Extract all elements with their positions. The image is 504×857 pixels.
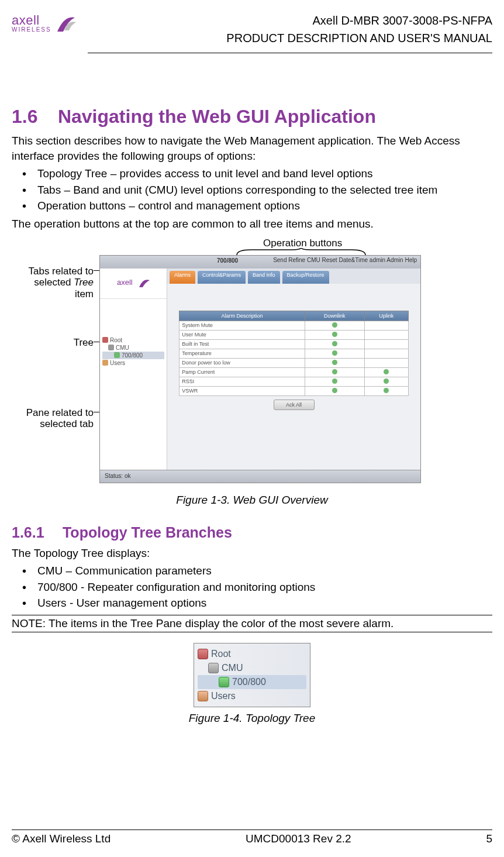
gui-tab[interactable]: Backup/Restore xyxy=(282,271,329,284)
annotation-tree: Tree xyxy=(12,337,94,349)
bullet-item: Users - User management options xyxy=(28,595,492,611)
figure-1-4-caption: Figure 1-4. Topology Tree xyxy=(12,712,492,725)
logo: axell WIRELESS xyxy=(12,12,77,35)
subsection-title: Topology Tree Branches xyxy=(63,524,232,541)
ack-all-button[interactable]: Ack All xyxy=(274,400,315,410)
gui-status-bar: Status: ok xyxy=(100,470,420,483)
table-row: VSWR xyxy=(179,386,408,395)
section-heading: 1.6 Navigating the Web GUI Application xyxy=(12,106,492,128)
header-line1: Axell D-MBR 3007-3008-PS-NFPA xyxy=(226,12,492,29)
gui-tab[interactable]: Alarms xyxy=(170,271,195,284)
gui-tabs: Alarms Control&Params Band Info Backup/R… xyxy=(167,269,420,284)
footer-page-number: 5 xyxy=(486,832,492,845)
tree-row-band[interactable]: 700/800 xyxy=(198,675,306,689)
gui-top-bar: 700/800 Send Refine CMU Reset Date&Time … xyxy=(100,256,420,269)
bullet-item: CMU – Communication parameters xyxy=(28,563,492,579)
annotation-pane: Pane related to selected tab xyxy=(12,407,94,430)
tree-row-users[interactable]: Users xyxy=(198,689,306,703)
bullet-item: Operation buttons – control and manageme… xyxy=(28,198,492,214)
intro-bullets: Topology Tree – provides access to unit … xyxy=(12,166,492,214)
page-footer: © Axell Wireless Ltd UMCD00013 Rev 2.2 5 xyxy=(12,830,492,845)
header-title-block: Axell D-MBR 3007-3008-PS-NFPA PRODUCT DE… xyxy=(226,12,492,47)
gui-right-panel: Alarms Control&Params Band Info Backup/R… xyxy=(167,269,420,470)
svg-text:axell: axell xyxy=(117,278,133,287)
subsection-heading: 1.6.1 Topology Tree Branches xyxy=(12,524,492,541)
gui-screenshot: 700/800 Send Refine CMU Reset Date&Time … xyxy=(99,255,421,483)
axell-logo-icon xyxy=(54,12,77,35)
table-row: Built in Test xyxy=(179,339,408,349)
intro-paragraph: This section describes how to navigate t… xyxy=(12,133,492,163)
status-icon xyxy=(219,677,229,687)
users-icon xyxy=(198,691,208,701)
table-row: Donor power too low xyxy=(179,358,408,367)
table-header: Alarm Description xyxy=(179,311,305,321)
alarm-table: Alarm Description Downlink Uplink System… xyxy=(179,311,408,396)
subsection-number: 1.6.1 xyxy=(12,524,58,541)
footer-rule xyxy=(12,830,492,830)
gui-content-pane: Alarm Description Downlink Uplink System… xyxy=(167,284,420,470)
bullet-item: Topology Tree – provides access to unit … xyxy=(28,166,492,182)
note-box: NOTE: The items in the Tree Pane display… xyxy=(12,615,492,632)
table-header: Uplink xyxy=(364,311,408,321)
intro-paragraph-2: The operation buttons at the top are com… xyxy=(12,216,492,232)
bullet-item: Tabs – Band and unit (CMU) level options… xyxy=(28,182,492,198)
section-number: 1.6 xyxy=(12,106,53,128)
annotation-tabs: Tabs related to selected Tree item xyxy=(12,266,94,300)
gui-tab[interactable]: Band Info xyxy=(248,271,280,284)
logo-text: axell xyxy=(12,14,40,27)
figure-1-3: Operation buttons Tabs related to select… xyxy=(12,238,492,489)
page-header: axell WIRELESS Axell D-MBR 3007-3008-PS-… xyxy=(12,12,492,53)
gui-band-label: 700/800 xyxy=(217,257,238,264)
gui-main: axell Root CMU 700/800 Users Alarms Cont… xyxy=(100,269,420,470)
table-row: Pamp Current xyxy=(179,367,408,377)
gui-left-panel: axell Root CMU 700/800 Users xyxy=(100,269,167,470)
header-rule xyxy=(88,53,492,53)
tree-row-cmu[interactable]: CMU xyxy=(198,661,306,675)
topology-tree-panel: Root CMU 700/800 Users xyxy=(194,643,310,707)
figure-1-3-caption: Figure 1-3. Web GUI Overview xyxy=(12,494,492,507)
footer-copyright: © Axell Wireless Ltd xyxy=(12,832,111,845)
table-row: Temperature xyxy=(179,349,408,358)
table-row: System Mute xyxy=(179,321,408,330)
bullet-item: 700/800 - Repeater configuration and mon… xyxy=(28,579,492,596)
table-row: RSSI xyxy=(179,377,408,386)
gui-logo: axell xyxy=(100,269,167,299)
section-title: Navigating the Web GUI Application xyxy=(58,106,376,127)
gui-top-buttons: Send Refine CMU Reset Date&Time admin Ad… xyxy=(273,257,417,263)
sec2-intro: The Topology Tree displays: xyxy=(12,546,492,561)
table-header: Downlink xyxy=(305,311,364,321)
logo-subtext: WIRELESS xyxy=(12,27,51,33)
table-row: User Mute xyxy=(179,330,408,339)
gui-tab[interactable]: Control&Params xyxy=(198,271,246,284)
tree-row-root[interactable]: Root xyxy=(198,647,306,661)
folder-icon xyxy=(198,649,208,659)
footer-doc-id: UMCD00013 Rev 2.2 xyxy=(246,832,351,845)
sec2-bullets: CMU – Communication parameters 700/800 -… xyxy=(12,563,492,611)
gui-tree-mini: Root CMU 700/800 Users xyxy=(100,334,167,369)
figure-1-4: Root CMU 700/800 Users xyxy=(12,643,492,707)
header-line2: PRODUCT DESCRIPTION AND USER'S MANUAL xyxy=(226,29,492,47)
device-icon xyxy=(208,663,219,673)
annotation-operation-buttons: Operation buttons xyxy=(263,238,342,249)
